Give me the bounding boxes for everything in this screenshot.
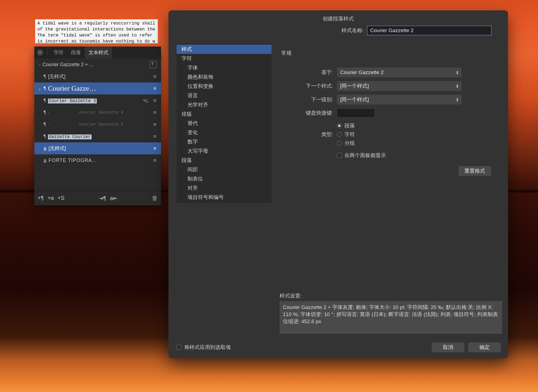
next-style-select[interactable]: [同一个样式] ▲▼	[337, 81, 462, 91]
menu-icon[interactable]: ≡	[151, 74, 158, 79]
category-item[interactable]: 字体	[177, 63, 271, 72]
style-label: Courier Gazze…	[48, 84, 151, 93]
style-name-input[interactable]	[367, 26, 492, 35]
add-character-style-button[interactable]: +a	[47, 195, 54, 201]
style-settings-text: Courier Gazzette 2 + 字体灰度: 粗体; 字体大小: 10 …	[280, 301, 502, 334]
select-value: Courier Gazzette 2	[340, 69, 383, 75]
style-row-child[interactable]: ¶ Gazzette Courier ≡	[34, 130, 161, 142]
select-value: [同一个样式]	[340, 96, 369, 103]
next-style-label: 下一个样式:	[280, 82, 337, 90]
menu-icon[interactable]: ≡	[151, 122, 158, 127]
category-item[interactable]: 大写字母	[177, 146, 271, 156]
select-value: [同一个样式]	[340, 82, 369, 90]
menu-icon[interactable]: ≡	[151, 86, 158, 91]
style-row-current[interactable]: › Courier Gazzette 2 + ...	[34, 59, 161, 71]
category-item[interactable]: 数字	[177, 137, 271, 146]
bullet-icon: ·	[48, 110, 51, 115]
apply-to-selection-label: 将样式应用到选取项	[184, 344, 231, 351]
text-styles-panel: × 字符 段落 文本样式 › Courier Gazzette 2 + ... …	[34, 47, 161, 205]
menu-icon[interactable]: ≡	[151, 110, 158, 115]
category-item[interactable]: 字符	[177, 54, 271, 63]
char-style-icon: a	[44, 158, 46, 163]
shortcut-input[interactable]	[337, 108, 375, 118]
keyboard-shortcut: ⌥,	[143, 98, 149, 103]
category-item[interactable]: 光学对齐	[177, 100, 271, 109]
chevron-down-icon[interactable]: ⌄	[37, 86, 43, 91]
shortcut-label: 键盘快捷键:	[280, 109, 337, 117]
style-row-no-style-para[interactable]: ¶ [无样式] ≡	[34, 71, 161, 82]
styles-list: › Courier Gazzette 2 + ... ¶ [无样式] ≡ ⌄ ¶…	[34, 59, 161, 191]
panel-footer: +¶ +a +S ⇥¶ a⇤ 🗑	[34, 191, 161, 205]
style-row-group[interactable]: ⌄ ¶ Courier Gazze… ≡	[34, 82, 161, 94]
menu-icon[interactable]: ≡	[151, 134, 158, 139]
based-on-label: 基于:	[280, 69, 337, 76]
create-paragraph-style-dialog: 创建段落样式 样式名称: 样式字符字体颜色和装饰位置和变换语言光学对齐排版替代变…	[168, 10, 508, 358]
style-settings-label: 样式设置:	[280, 288, 502, 299]
style-label: [无样式]	[48, 73, 151, 80]
category-item[interactable]: 排版	[177, 109, 271, 119]
ok-button[interactable]: 确定	[468, 342, 501, 352]
section-general-label: 常规	[281, 50, 502, 57]
style-row-child[interactable]: ¶ · Courier Gazzette 5 ≡	[34, 118, 161, 130]
based-on-select[interactable]: Courier Gazzette 2 ▲▼	[337, 68, 462, 77]
cancel-button[interactable]: 取消	[432, 342, 464, 352]
apply-to-selection-checkbox[interactable]	[177, 345, 182, 350]
style-row-forte[interactable]: a FORTE TIPOGRA... ≡	[34, 154, 161, 166]
radio-icon	[337, 123, 342, 128]
category-item[interactable]: 对齐	[177, 183, 271, 193]
duplicate-style-button[interactable]: a⇤	[110, 195, 117, 201]
style-row-no-style-char[interactable]: a [无样式] ≡	[34, 142, 161, 154]
category-item[interactable]: 颜色和装饰	[177, 72, 271, 82]
category-item[interactable]: 段落	[177, 156, 271, 165]
add-paragraph-style-button[interactable]: +¶	[38, 195, 44, 201]
next-level-select[interactable]: [同一个样式] ▲▼	[337, 95, 462, 105]
add-style-button[interactable]: +S	[58, 195, 64, 201]
rename-style-button[interactable]: ⇥¶	[99, 195, 106, 201]
style-label: Courier Gazzette 4	[51, 110, 151, 115]
style-row-child[interactable]: ¶ Courier Gazzette 3 ⌥, ≡	[34, 94, 161, 106]
pilcrow-icon: ¶	[44, 98, 46, 103]
style-label: Gazzette Courier	[48, 134, 151, 139]
style-label: FORTE TIPOGRA...	[49, 158, 151, 163]
type-radio-group[interactable]: 分组	[337, 139, 502, 148]
category-item[interactable]: 间距	[177, 165, 271, 174]
char-style-icon: a	[44, 146, 46, 151]
radio-label: 段落	[344, 122, 355, 129]
divider	[47, 50, 48, 55]
category-list: 样式字符字体颜色和装饰位置和变换语言光学对齐排版替代变化数字大写字母段落间距制表…	[177, 44, 271, 203]
pilcrow-icon: ¶	[44, 134, 46, 139]
show-both-panels-checkbox[interactable]	[337, 153, 342, 158]
category-item[interactable]: 样式	[177, 45, 271, 54]
style-row-child[interactable]: ¶ · Courier Gazzette 4 ≡	[34, 106, 161, 118]
next-level-label: 下一级别:	[280, 96, 337, 103]
menu-icon[interactable]: ≡	[151, 98, 158, 103]
menu-icon[interactable]: ≡	[151, 146, 158, 151]
type-radio-paragraph[interactable]: 段落	[337, 121, 502, 130]
radio-icon	[337, 141, 342, 146]
style-label: [无样式]	[49, 145, 151, 152]
trash-icon[interactable]: 🗑	[152, 195, 158, 202]
form-area: 常规 基于: Courier Gazzette 2 ▲▼ 下一个样式: [同一个…	[280, 44, 502, 339]
category-item[interactable]: 语言	[177, 91, 271, 100]
style-label: Courier Gazzette 2 + ...	[43, 62, 150, 68]
dialog-title: 创建段落样式	[168, 10, 508, 26]
reset-format-button[interactable]: 重置格式	[458, 166, 491, 176]
pilcrow-icon: ¶	[44, 110, 46, 115]
text-frame-icon[interactable]	[150, 61, 157, 68]
tab-paragraph[interactable]: 段落	[67, 47, 85, 59]
type-label: 类型:	[280, 131, 337, 138]
menu-icon[interactable]: ≡	[151, 158, 158, 163]
category-item[interactable]: 制表位	[177, 174, 271, 183]
type-radio-character[interactable]: 字符	[337, 130, 502, 139]
close-icon[interactable]: ×	[37, 50, 43, 56]
panel-tabs: × 字符 段落 文本样式	[34, 47, 161, 59]
pilcrow-icon: ¶	[44, 122, 46, 127]
tab-character[interactable]: 字符	[50, 47, 67, 59]
category-item[interactable]: 变化	[177, 128, 271, 137]
bullet-icon: ·	[48, 122, 51, 127]
category-item[interactable]: 项目符号和编号	[177, 193, 271, 202]
category-item[interactable]: 位置和变换	[177, 82, 271, 91]
tab-text-styles[interactable]: 文本样式	[85, 47, 112, 59]
chevron-right-icon: ›	[37, 62, 43, 67]
category-item[interactable]: 替代	[177, 119, 271, 128]
